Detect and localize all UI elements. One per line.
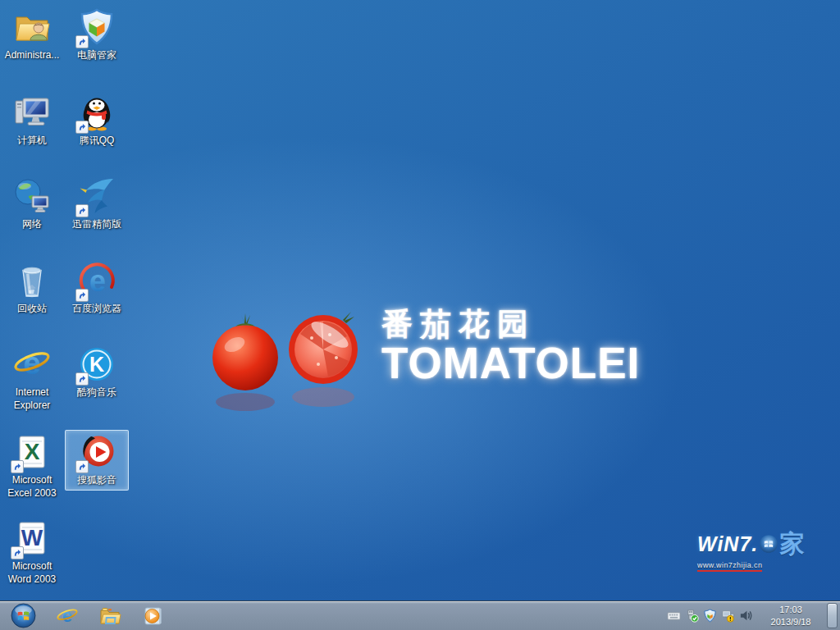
shortcut-arrow-icon bbox=[75, 372, 89, 386]
security-shield-tray-icon[interactable] bbox=[701, 601, 719, 630]
icon-label: 电脑管家 bbox=[77, 49, 116, 62]
icon-label: 迅雷精简版 bbox=[72, 218, 121, 231]
tomatoes-graphic bbox=[199, 294, 375, 425]
brand-english: TOMATOLEI bbox=[381, 341, 640, 385]
icon-label: Microsoft Word 2003 bbox=[2, 560, 62, 586]
shortcut-arrow-icon bbox=[75, 460, 89, 473]
desktop-icon-sohu-video[interactable]: 搜狐影音 bbox=[65, 430, 129, 491]
usb-safely-remove-tray-icon[interactable] bbox=[682, 601, 701, 630]
system-tray: 17:03 2013/9/18 bbox=[664, 600, 840, 630]
taskbar-windows-explorer-button[interactable] bbox=[89, 602, 131, 630]
show-desktop-button[interactable] bbox=[827, 603, 838, 628]
sohu-video-icon bbox=[77, 432, 116, 472]
brand-text-block: 番茄花园 TOMATOLEI bbox=[381, 294, 640, 385]
baidu-browser-icon: e bbox=[77, 261, 116, 300]
network-warning-tray-icon[interactable] bbox=[719, 601, 737, 630]
watermark-url: www.win7zhijia.cn bbox=[697, 561, 762, 572]
win7zhijia-watermark: WiN7. 家 www.win7zhijia.cn bbox=[697, 532, 837, 572]
desktop-icon-computer[interactable]: 计算机 bbox=[0, 90, 64, 151]
icon-label: 网络 bbox=[22, 218, 42, 231]
recycle-bin-icon bbox=[12, 261, 52, 300]
taskbar-internet-explorer-button[interactable]: e bbox=[46, 602, 89, 630]
desktop-wallpaper: Administra... 计算机 bbox=[0, 0, 840, 601]
media-player-icon bbox=[141, 605, 164, 628]
watermark-windows-orb-icon bbox=[759, 534, 778, 554]
shortcut-arrow-icon bbox=[75, 35, 89, 48]
shortcut-arrow-icon bbox=[75, 121, 89, 134]
computer-icon bbox=[12, 93, 52, 132]
svg-text:X: X bbox=[25, 439, 40, 464]
icon-label: 酷狗音乐 bbox=[77, 386, 116, 399]
shortcut-arrow-icon bbox=[11, 546, 24, 559]
shortcut-arrow-icon bbox=[75, 289, 89, 302]
internet-explorer-icon: e bbox=[12, 345, 52, 384]
windows7-desktop: Administra... 计算机 bbox=[0, 0, 840, 630]
desktop-icon-recycle-bin[interactable]: 回收站 bbox=[0, 258, 64, 319]
watermark-row: WiN7. 家 bbox=[697, 532, 837, 556]
desktop-icon-internet-explorer[interactable]: e Internet Explorer bbox=[0, 342, 64, 415]
svg-text:e: e bbox=[62, 605, 72, 626]
kugou-music-icon: K bbox=[77, 345, 116, 384]
desktop-icon-administrator[interactable]: Administra... bbox=[0, 5, 64, 66]
icon-label: 腾讯QQ bbox=[80, 135, 115, 148]
icon-label: 回收站 bbox=[17, 303, 47, 316]
desktop-icon-qq[interactable]: 腾讯QQ bbox=[65, 90, 129, 151]
taskbar-clock[interactable]: 17:03 2013/9/18 bbox=[761, 604, 820, 628]
start-orb-icon bbox=[11, 603, 36, 628]
desktop-icon-word[interactable]: W Microsoft Word 2003 bbox=[0, 516, 64, 589]
icon-label: Administra... bbox=[5, 49, 60, 62]
qq-penguin-icon bbox=[77, 93, 116, 132]
watermark-jia-character: 家 bbox=[779, 532, 804, 556]
folder-explorer-icon bbox=[98, 605, 121, 628]
taskbar: e bbox=[0, 600, 840, 630]
desktop-icon-pc-manager[interactable]: 电脑管家 bbox=[65, 5, 129, 66]
thunder-bird-icon bbox=[77, 176, 116, 216]
desktop-icon-excel[interactable]: X Microsoft Excel 2003 bbox=[0, 430, 64, 503]
shortcut-arrow-icon bbox=[11, 460, 24, 473]
icon-label: 计算机 bbox=[17, 135, 47, 148]
icon-label: Microsoft Excel 2003 bbox=[2, 474, 62, 500]
svg-text:W: W bbox=[21, 525, 43, 550]
icon-label: 百度浏览器 bbox=[72, 303, 121, 316]
start-button[interactable] bbox=[0, 602, 46, 630]
network-icon bbox=[12, 176, 52, 216]
shortcut-arrow-icon bbox=[75, 204, 89, 217]
internet-explorer-icon: e bbox=[56, 605, 79, 628]
desktop-icon-kugou[interactable]: K 酷狗音乐 bbox=[65, 342, 129, 403]
clock-date: 2013/9/18 bbox=[761, 616, 820, 628]
icon-label: 搜狐影音 bbox=[77, 474, 116, 487]
pc-manager-shield-icon bbox=[77, 7, 116, 47]
watermark-brand-text: WiN7. bbox=[697, 532, 758, 556]
volume-tray-icon[interactable] bbox=[737, 601, 755, 630]
svg-text:e: e bbox=[89, 264, 106, 298]
administrator-folder-icon bbox=[12, 7, 52, 47]
language-keyboard-tray-icon[interactable] bbox=[664, 601, 682, 630]
desktop-icon-network[interactable]: 网络 bbox=[0, 174, 64, 235]
svg-text:K: K bbox=[89, 353, 104, 376]
desktop-icon-baidu-browser[interactable]: e 百度浏览器 bbox=[65, 258, 129, 319]
clock-time: 17:03 bbox=[761, 604, 820, 616]
icon-label: Internet Explorer bbox=[2, 386, 62, 412]
word-icon: W bbox=[12, 518, 52, 558]
excel-icon: X bbox=[12, 432, 52, 472]
desktop-icon-thunder[interactable]: 迅雷精简版 bbox=[65, 174, 129, 235]
svg-text:e: e bbox=[23, 346, 40, 381]
taskbar-media-player-button[interactable] bbox=[131, 602, 174, 630]
wallpaper-brand-logo: 番茄花园 TOMATOLEI bbox=[199, 294, 707, 425]
brand-chinese: 番茄花园 bbox=[381, 308, 640, 341]
